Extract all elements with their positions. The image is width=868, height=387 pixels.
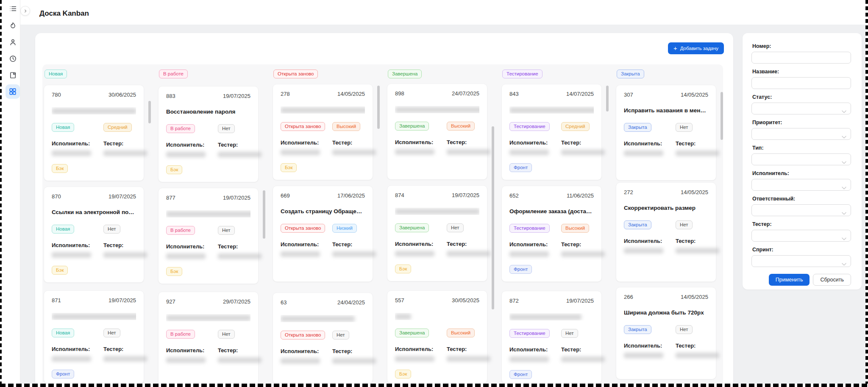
- task-date: 14/05/2025: [337, 91, 365, 97]
- tester-label: Тестер:: [447, 139, 479, 145]
- task-card[interactable]: 65211/06/2025Оформление заказа (доставка…: [501, 186, 602, 282]
- tester-label: Тестер:: [447, 346, 479, 352]
- sidebar-item-tasks[interactable]: [6, 1, 20, 16]
- sidebar-item-profile[interactable]: [6, 35, 20, 49]
- priority-badge: Нет: [218, 330, 235, 339]
- sidebar-item-history[interactable]: [6, 51, 20, 66]
- filter-select-responsible[interactable]: [751, 204, 851, 216]
- task-card[interactable]: 66917/06/2025Создать страницу Обращения …: [273, 186, 373, 282]
- filter-label-number: Номер:: [752, 43, 851, 50]
- column-scrollbar[interactable]: [492, 126, 494, 309]
- chevron-down-icon: [842, 260, 846, 267]
- apply-filters-button[interactable]: Применить: [769, 274, 810, 286]
- executor-name-blurred: [166, 253, 206, 259]
- column-scrollbar[interactable]: [721, 92, 723, 140]
- add-task-button[interactable]: + Добавить задачу: [668, 42, 724, 54]
- priority-badge: Нет: [561, 329, 578, 338]
- column-scrollbar[interactable]: [263, 190, 265, 239]
- column-header-Завершена: Завершена: [388, 70, 422, 78]
- task-title-blurred: [281, 107, 365, 113]
- chevron-down-icon: [842, 234, 846, 242]
- tester-label: Тестер:: [332, 241, 365, 248]
- priority-badge: Нет: [676, 220, 693, 229]
- task-card[interactable]: 27214/05/2025Скорректировать размерЗакры…: [616, 182, 716, 282]
- executor-name-blurred: [509, 150, 549, 155]
- task-card[interactable]: 87019/07/2025Ссылки на электронной почте…: [44, 187, 144, 283]
- tester-label: Тестер:: [676, 238, 708, 244]
- task-card[interactable]: 26614/05/2025Ширина должна быть 720pxЗак…: [616, 287, 716, 379]
- task-card[interactable]: 88319/07/2025Восстановление пароляВ рабо…: [158, 86, 259, 182]
- filter-label-name: Название:: [752, 69, 851, 75]
- task-date: 19/07/2025: [108, 297, 136, 303]
- task-number: 877: [166, 195, 175, 201]
- tag-badge: Бэк: [166, 165, 182, 174]
- task-card[interactable]: 89824/07/2025ЗавершенаВысокийИсполнитель…: [387, 84, 487, 180]
- executor-label: Исполнитель:: [166, 142, 218, 148]
- column-scrollbar[interactable]: [377, 86, 380, 129]
- status-badge: В работе: [166, 330, 195, 339]
- tester-label: Тестер:: [447, 241, 479, 247]
- executor-name-blurred: [52, 252, 91, 258]
- task-number: 898: [395, 90, 404, 97]
- status-badge: Новая: [52, 123, 74, 132]
- task-card[interactable]: 87219/07/2025ТестированиеНетИсполнитель:…: [501, 291, 602, 384]
- priority-badge: Высокий: [447, 122, 475, 131]
- filter-label-executor: Исполнитель:: [752, 170, 851, 177]
- tester-name-blurred: [447, 149, 490, 155]
- task-card[interactable]: 6324/04/2025Открыта зановоНетИсполнитель…: [273, 292, 373, 384]
- filter-select-tester[interactable]: [751, 230, 851, 242]
- executor-label: Исполнитель:: [509, 241, 561, 248]
- task-date: 24/04/2025: [337, 299, 365, 306]
- status-badge: Закрыта: [624, 123, 651, 132]
- executor-name-blurred: [624, 353, 663, 358]
- sidebar-item-kanban[interactable]: [6, 84, 20, 99]
- chevron-down-icon: [842, 107, 846, 115]
- executor-label: Исполнитель:: [509, 346, 561, 353]
- reset-filters-button[interactable]: Сбросить: [813, 274, 851, 286]
- task-title: Исправить названия в меню дейс...: [624, 107, 708, 114]
- user-icon: [9, 39, 17, 46]
- filter-input-number[interactable]: [752, 52, 851, 63]
- capture-edge-left: [0, 0, 2, 387]
- flame-icon: [9, 22, 17, 29]
- task-card[interactable]: 84314/07/2025ТестированиеСреднийИсполнит…: [501, 84, 602, 180]
- tester-name-blurred: [332, 251, 376, 257]
- task-number: 872: [509, 298, 519, 304]
- add-task-label: Добавить задачу: [680, 46, 718, 51]
- sidebar-item-activity[interactable]: [6, 18, 20, 33]
- priority-badge: Нет: [103, 329, 120, 337]
- task-date: 14/05/2025: [681, 294, 708, 300]
- task-date: 19/07/2025: [108, 193, 136, 200]
- column-scrollbar[interactable]: [148, 101, 151, 123]
- filter-select-executor[interactable]: [751, 179, 851, 191]
- task-card[interactable]: 87419/07/2025ЗавершенаНетИсполнитель:Тес…: [387, 185, 487, 281]
- task-title-blurred: [166, 211, 250, 217]
- task-card[interactable]: 87119/07/2025НоваяНетИсполнитель:Тестер:…: [44, 290, 144, 384]
- task-title: Оформление заказа (доставка): [509, 208, 594, 215]
- task-date: 19/07/2025: [566, 298, 594, 304]
- board-columns-area: Новая78030/06/2025НоваяСреднийИсполнител…: [42, 64, 723, 387]
- filter-input-name[interactable]: [752, 78, 851, 89]
- filter-select-priority[interactable]: [751, 128, 851, 140]
- task-card[interactable]: 92729/07/2025В работеНетИсполнитель:Тест…: [158, 292, 259, 387]
- filter-select-sprint[interactable]: [751, 255, 851, 267]
- tag-badge: Бэк: [395, 264, 411, 273]
- filter-select-status[interactable]: [751, 103, 851, 114]
- executor-name-blurred: [509, 356, 549, 362]
- task-number: 63: [281, 299, 287, 306]
- tag-badge: Бэк: [52, 164, 68, 173]
- filter-select-type[interactable]: [751, 153, 851, 165]
- column-scrollbar[interactable]: [606, 86, 609, 111]
- task-card[interactable]: 87719/07/2025В работеНетИсполнитель:Тест…: [158, 188, 259, 284]
- tester-label: Тестер:: [561, 139, 594, 146]
- executor-name-blurred: [509, 251, 549, 257]
- filter-input-name[interactable]: [751, 77, 851, 89]
- task-card[interactable]: 55730/05/2025ЗавершенаВысокийИсполнитель…: [387, 290, 487, 384]
- sidebar-collapse-button[interactable]: [20, 6, 30, 16]
- sidebar-item-notes[interactable]: [6, 68, 20, 82]
- executor-name-blurred: [281, 358, 320, 364]
- task-card[interactable]: 27814/05/2025Открыта зановоВысокийИсполн…: [273, 84, 373, 180]
- task-card[interactable]: 78030/06/2025НоваяСреднийИсполнитель:Тес…: [44, 85, 144, 181]
- filter-input-number[interactable]: [751, 52, 851, 64]
- task-card[interactable]: 30714/05/2025Исправить названия в меню д…: [616, 85, 716, 181]
